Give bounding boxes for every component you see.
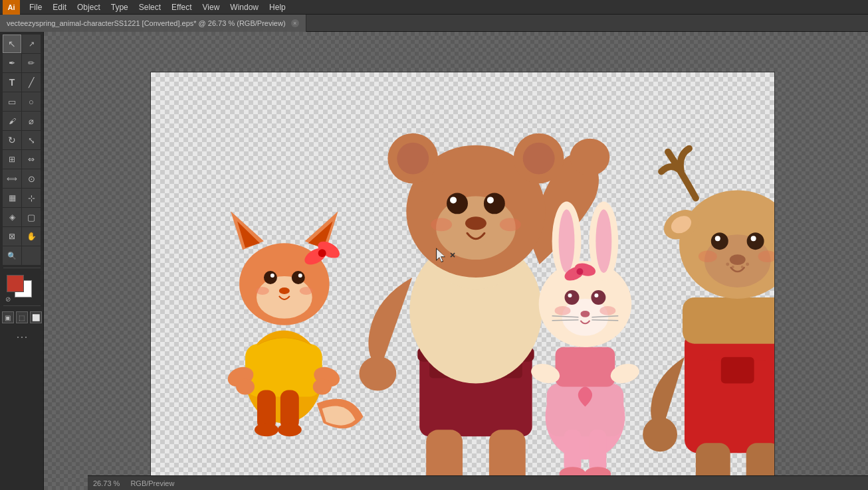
gradient-tool[interactable] xyxy=(3,189,21,207)
status-bar: 26.73 % RGB/Preview xyxy=(88,475,868,490)
blob-brush-tool[interactable] xyxy=(22,112,41,130)
toolbar-divider-1 xyxy=(3,268,41,268)
tool-row-7 xyxy=(3,150,41,169)
transform-tool[interactable] xyxy=(3,150,21,169)
artboard xyxy=(150,72,775,490)
svg-point-15 xyxy=(264,271,277,284)
tool-row-10 xyxy=(3,208,41,226)
tab-title: vecteezyspring_animal-characterSS1221 [C… xyxy=(7,19,286,27)
svg-point-38 xyxy=(359,357,396,391)
fox-character xyxy=(225,211,364,436)
menu-select[interactable]: Select xyxy=(134,1,166,13)
svg-point-46 xyxy=(447,193,468,214)
svg-point-93 xyxy=(643,417,677,451)
mode-buttons: ▣ ⬚ ⬜ xyxy=(2,311,42,323)
svg-point-50 xyxy=(465,216,487,230)
svg-line-74 xyxy=(552,320,579,321)
tool-row-1 xyxy=(3,35,41,53)
svg-point-26 xyxy=(313,379,332,395)
svg-point-110 xyxy=(726,263,729,266)
svg-point-37 xyxy=(570,139,609,176)
tool-row-12 xyxy=(3,246,41,265)
hand-tool[interactable] xyxy=(22,227,41,246)
eyedropper-tool[interactable] xyxy=(22,169,41,188)
pen-tool[interactable] xyxy=(3,54,21,72)
tool-row-8 xyxy=(3,169,41,188)
normal-mode-btn[interactable]: ▣ xyxy=(2,311,14,323)
menu-object[interactable]: Object xyxy=(72,1,106,13)
rotate-tool[interactable] xyxy=(3,131,21,149)
svg-point-71 xyxy=(594,293,598,297)
svg-point-21 xyxy=(300,287,313,295)
stroke-color-swatch[interactable] xyxy=(7,275,24,292)
pencil-tool[interactable] xyxy=(22,54,41,72)
menu-view[interactable]: View xyxy=(197,1,225,13)
line-tool[interactable] xyxy=(22,73,41,92)
svg-rect-55 xyxy=(556,347,615,387)
svg-point-6 xyxy=(255,423,278,436)
tab-bar: vecteezyspring_animal-characterSS1221 [C… xyxy=(0,15,868,32)
svg-point-70 xyxy=(568,293,572,297)
ellipse-tool[interactable] xyxy=(22,92,41,111)
tab-close-button[interactable]: × xyxy=(291,19,299,27)
fullscreen2-mode-btn[interactable]: ⬜ xyxy=(30,311,42,323)
mesh-tool[interactable] xyxy=(22,189,41,207)
svg-point-103 xyxy=(711,232,728,250)
more-tools-btn[interactable]: ⋯ xyxy=(16,329,28,344)
menu-file[interactable]: File xyxy=(24,1,47,13)
svg-rect-58 xyxy=(564,430,582,473)
artboard-tool[interactable] xyxy=(22,208,41,226)
svg-point-111 xyxy=(732,266,734,268)
svg-rect-88 xyxy=(721,357,754,384)
svg-point-72 xyxy=(580,311,590,317)
svg-point-52 xyxy=(500,218,521,231)
mirror-tool[interactable] xyxy=(22,150,41,169)
main-area: ⊘ ▣ ⬚ ⬜ ⋯ xyxy=(0,32,868,490)
svg-point-108 xyxy=(699,250,717,262)
svg-point-49 xyxy=(487,197,494,203)
svg-point-19 xyxy=(279,287,290,294)
svg-point-104 xyxy=(747,232,764,250)
svg-point-18 xyxy=(298,274,302,278)
zoom-tool[interactable] xyxy=(3,246,21,265)
toolbar: ⊘ ▣ ⬚ ⬜ ⋯ xyxy=(0,32,44,490)
svg-point-69 xyxy=(591,290,605,305)
menu-edit[interactable]: Edit xyxy=(47,1,72,13)
canvas-area[interactable]: 26.73 % RGB/Preview xyxy=(44,32,868,490)
svg-point-48 xyxy=(450,197,457,203)
app-logo: Ai xyxy=(3,0,20,15)
svg-point-66 xyxy=(596,209,611,273)
zoom-level: 26.73 % xyxy=(93,479,120,487)
svg-line-76 xyxy=(592,320,618,321)
svg-point-20 xyxy=(256,287,269,295)
tool-row-2 xyxy=(3,54,41,72)
svg-point-14 xyxy=(257,276,312,319)
svg-point-105 xyxy=(715,236,720,241)
svg-point-17 xyxy=(271,274,274,278)
svg-point-24 xyxy=(318,249,326,257)
tool-row-3 xyxy=(3,73,41,92)
brush-tool[interactable] xyxy=(3,112,21,130)
svg-point-64 xyxy=(559,209,575,273)
scale-tool[interactable] xyxy=(22,131,41,149)
tool-row-11 xyxy=(3,227,41,246)
select-tool[interactable] xyxy=(3,35,21,53)
blend-tool[interactable] xyxy=(3,208,21,226)
rectangle-tool[interactable] xyxy=(3,92,21,111)
type-tool[interactable] xyxy=(3,73,21,92)
menu-effect[interactable]: Effect xyxy=(166,1,197,13)
menu-type[interactable]: Type xyxy=(106,1,134,13)
svg-point-68 xyxy=(565,290,580,305)
menu-help[interactable]: Help xyxy=(264,1,291,13)
direct-select-tool[interactable] xyxy=(22,35,41,53)
fullscreen-mode-btn[interactable]: ⬚ xyxy=(16,311,28,323)
menu-window[interactable]: Window xyxy=(225,1,264,13)
tool-row-9 xyxy=(3,189,41,207)
width-tool[interactable] xyxy=(3,169,21,188)
svg-rect-95 xyxy=(683,297,774,344)
empty-slot xyxy=(22,246,41,265)
document-tab[interactable]: vecteezyspring_animal-characterSS1221 [C… xyxy=(0,15,306,32)
svg-point-44 xyxy=(523,143,555,175)
svg-point-42 xyxy=(397,143,429,175)
slice-tool[interactable] xyxy=(3,227,21,246)
